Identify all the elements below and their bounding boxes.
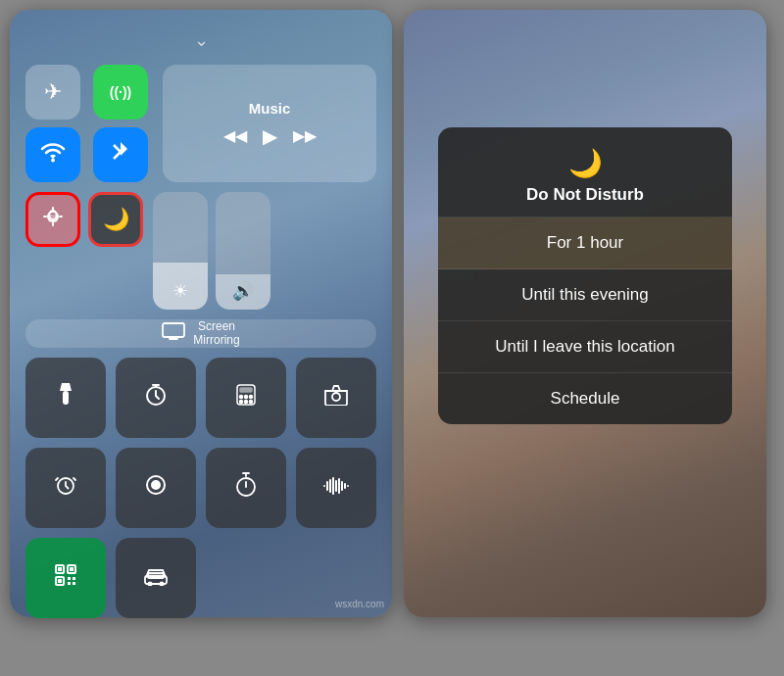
flashlight-button[interactable] bbox=[25, 358, 106, 438]
music-widget: Music ◀◀ ▶ ▶▶ bbox=[163, 65, 376, 182]
camera-button[interactable] bbox=[296, 358, 376, 438]
svg-rect-32 bbox=[58, 567, 62, 571]
chevron-down-icon[interactable]: ⌄ bbox=[25, 29, 376, 51]
svg-point-42 bbox=[148, 581, 153, 586]
svg-point-17 bbox=[332, 393, 340, 401]
dnd-popup-title: Do Not Disturb bbox=[526, 185, 644, 205]
orientation-lock-icon bbox=[41, 205, 65, 234]
qr-icon bbox=[54, 563, 77, 593]
brightness-icon: ☀ bbox=[172, 280, 188, 302]
airplane-icon: ✈ bbox=[44, 79, 62, 105]
soundwave-icon bbox=[323, 474, 349, 502]
alarm-icon bbox=[54, 473, 77, 503]
icons-grid bbox=[25, 358, 376, 618]
svg-rect-7 bbox=[63, 391, 69, 405]
volume-slider[interactable]: 🔊 bbox=[216, 192, 270, 310]
svg-point-11 bbox=[240, 395, 243, 398]
car-button[interactable] bbox=[116, 538, 196, 618]
music-controls: ◀◀ ▶ ▶▶ bbox=[223, 124, 317, 148]
car-icon bbox=[143, 564, 169, 592]
moon-icon: 🌙 bbox=[103, 207, 129, 232]
dnd-popup-header: 🌙 Do Not Disturb bbox=[438, 127, 732, 217]
dnd-popup: 🌙 Do Not Disturb For 1 hour Until this e… bbox=[438, 127, 732, 424]
svg-point-14 bbox=[240, 400, 243, 403]
record-button[interactable] bbox=[116, 448, 196, 528]
screen-mirroring-label: ScreenMirroring bbox=[193, 319, 239, 348]
cellular-icon: ((·)) bbox=[110, 84, 132, 100]
wifi-button[interactable] bbox=[25, 127, 80, 182]
svg-rect-10 bbox=[240, 388, 252, 392]
wifi-icon bbox=[39, 141, 67, 169]
watermark: wsxdn.com bbox=[335, 599, 384, 609]
bluetooth-icon bbox=[110, 138, 131, 171]
play-button[interactable]: ▶ bbox=[263, 124, 277, 148]
svg-point-0 bbox=[51, 159, 55, 163]
dnd-option-until-evening[interactable]: Until this evening bbox=[438, 269, 732, 321]
record-icon bbox=[144, 473, 168, 503]
brightness-slider[interactable]: ☀ bbox=[153, 192, 208, 310]
camera-icon bbox=[323, 384, 349, 411]
orientation-lock-button[interactable] bbox=[25, 192, 80, 247]
prev-track-button[interactable]: ◀◀ bbox=[223, 126, 247, 145]
dnd-moon-icon: 🌙 bbox=[568, 147, 603, 179]
svg-rect-39 bbox=[68, 582, 71, 585]
timer-button[interactable] bbox=[116, 358, 196, 438]
svg-point-20 bbox=[152, 481, 160, 489]
svg-rect-44 bbox=[148, 573, 164, 578]
dnd-option-for-1-hour[interactable]: For 1 hour bbox=[438, 217, 732, 269]
svg-line-1 bbox=[114, 145, 121, 152]
airplane-mode-button[interactable]: ✈ bbox=[25, 65, 80, 120]
svg-point-12 bbox=[245, 395, 248, 398]
svg-line-2 bbox=[114, 152, 121, 159]
svg-point-13 bbox=[250, 395, 253, 398]
volume-icon: 🔊 bbox=[232, 280, 254, 302]
control-center-panel: ⌄ ✈ ((·)) bbox=[10, 10, 392, 617]
svg-rect-34 bbox=[70, 567, 74, 571]
svg-rect-40 bbox=[73, 582, 75, 585]
top-row: ✈ ((·)) bbox=[25, 65, 376, 182]
screen-mirroring-icon bbox=[162, 322, 185, 345]
flashlight-icon bbox=[55, 382, 76, 413]
slider-container: ☀ 🔊 bbox=[153, 192, 270, 310]
qr-code-button[interactable] bbox=[25, 538, 106, 618]
svg-rect-38 bbox=[73, 577, 75, 580]
svg-rect-37 bbox=[68, 577, 71, 580]
dnd-option-schedule[interactable]: Schedule bbox=[438, 373, 732, 424]
svg-rect-6 bbox=[163, 323, 184, 337]
alarm-button[interactable] bbox=[25, 448, 106, 528]
stopwatch-button[interactable] bbox=[206, 448, 286, 528]
timer-icon bbox=[144, 383, 168, 412]
connectivity-grid: ✈ ((·)) bbox=[25, 65, 153, 182]
calculator-icon bbox=[235, 383, 257, 412]
stopwatch-icon bbox=[234, 472, 258, 504]
screen-mirroring-button[interactable]: ScreenMirroring bbox=[25, 319, 376, 348]
svg-point-43 bbox=[160, 581, 165, 586]
bluetooth-button[interactable] bbox=[93, 127, 148, 182]
next-track-button[interactable]: ▶▶ bbox=[293, 126, 317, 145]
music-title: Music bbox=[249, 100, 291, 117]
do-not-disturb-button[interactable]: 🌙 bbox=[88, 192, 143, 247]
soundwave-button[interactable] bbox=[296, 448, 376, 528]
right-panel: 🌙 Do Not Disturb For 1 hour Until this e… bbox=[404, 10, 766, 617]
svg-rect-36 bbox=[58, 579, 62, 583]
dnd-option-leave-location[interactable]: Until I leave this location bbox=[438, 321, 732, 373]
calculator-button[interactable] bbox=[206, 358, 286, 438]
second-row: 🌙 ☀ 🔊 bbox=[25, 192, 376, 310]
small-buttons-group: 🌙 bbox=[25, 192, 143, 247]
svg-point-15 bbox=[245, 400, 248, 403]
svg-rect-5 bbox=[48, 215, 58, 222]
cellular-button[interactable]: ((·)) bbox=[93, 65, 148, 120]
svg-point-16 bbox=[250, 400, 253, 403]
